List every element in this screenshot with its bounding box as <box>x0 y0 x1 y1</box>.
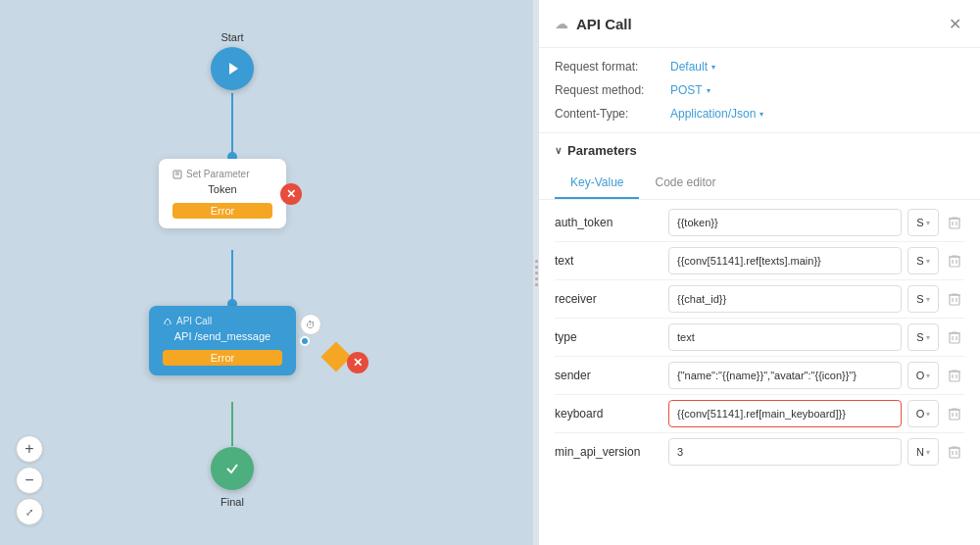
table-row: typeS▾ <box>555 319 964 357</box>
param-delete-button[interactable] <box>945 289 964 309</box>
panel-title: API Call <box>576 16 937 32</box>
param-type-select[interactable]: S▾ <box>907 285 939 313</box>
zoom-in-button[interactable]: + <box>16 435 43 463</box>
content-type-label: Content-Type: <box>555 107 662 121</box>
set-param-name: Token <box>172 183 272 195</box>
canvas-connections <box>0 0 533 545</box>
svg-rect-14 <box>950 257 959 267</box>
param-key: text <box>555 254 662 268</box>
set-param-node[interactable]: Set Parameter Token Error ✕ <box>159 159 286 228</box>
svg-rect-34 <box>950 448 959 458</box>
param-key: receiver <box>555 292 662 306</box>
param-value-input[interactable] <box>668 209 902 236</box>
param-key: keyboard <box>555 407 662 421</box>
parameters-section: ∨ Parameters Key-Value Code editor auth_… <box>539 133 980 545</box>
right-panel: ☁ API Call ✕ Request format: Default ▾ R… <box>539 0 980 545</box>
param-type-select[interactable]: O▾ <box>907 362 939 389</box>
start-circle[interactable] <box>211 47 254 90</box>
param-value-input[interactable] <box>668 285 902 313</box>
start-label: Start <box>220 31 243 43</box>
param-value-input[interactable] <box>668 400 902 427</box>
request-format-value[interactable]: Default ▾ <box>670 60 715 74</box>
tab-code-editor[interactable]: Code editor <box>639 168 731 199</box>
tabs-row: Key-Value Code editor <box>539 168 980 200</box>
params-label: Parameters <box>567 143 637 158</box>
request-method-text: POST <box>670 83 703 97</box>
param-delete-button[interactable] <box>945 442 964 462</box>
api-call-name: API /send_message <box>163 330 282 342</box>
api-clock-icon[interactable]: ⏱ <box>300 314 321 335</box>
param-key: sender <box>555 369 662 382</box>
cloud-icon: ☁ <box>555 16 568 31</box>
param-value-input[interactable] <box>668 438 902 466</box>
set-param-title: Set Parameter <box>172 169 272 179</box>
canvas-area: Start Set Parameter Token Error ✕ API Ca… <box>0 0 533 545</box>
request-format-text: Default <box>670 60 708 74</box>
param-key: auth_token <box>555 216 662 229</box>
content-type-text: Application/Json <box>670 107 756 121</box>
svg-marker-5 <box>229 63 238 74</box>
param-key: type <box>555 330 662 344</box>
start-node: Start <box>211 31 254 90</box>
parameters-header[interactable]: ∨ Parameters <box>539 133 980 168</box>
panel-fields: Request format: Default ▾ Request method… <box>539 48 980 133</box>
params-chevron: ∨ <box>555 145 562 156</box>
request-method-label: Request method: <box>555 83 662 97</box>
final-node: Final <box>211 447 254 508</box>
param-type-select[interactable]: S▾ <box>907 247 939 274</box>
api-error-x[interactable]: ✕ <box>347 352 368 373</box>
request-method-arrow: ▾ <box>707 86 710 95</box>
param-value-input[interactable] <box>668 247 902 274</box>
tab-key-value[interactable]: Key-Value <box>555 168 639 199</box>
param-delete-button[interactable] <box>945 251 964 271</box>
content-type-value[interactable]: Application/Json ▾ <box>670 107 763 121</box>
table-row: keyboardO▾ <box>555 395 964 433</box>
api-call-title: API Call <box>163 316 282 326</box>
set-param-error-x[interactable]: ✕ <box>280 183 302 205</box>
param-type-select[interactable]: O▾ <box>907 400 939 427</box>
final-circle[interactable] <box>211 447 254 490</box>
param-key: min_api_version <box>555 445 662 459</box>
param-value-input[interactable] <box>668 323 902 351</box>
svg-rect-30 <box>950 410 959 420</box>
table-row: textS▾ <box>555 242 964 280</box>
panel-close-button[interactable]: ✕ <box>945 14 964 33</box>
param-type-select[interactable]: N▾ <box>907 438 939 466</box>
param-value-input[interactable] <box>668 362 902 389</box>
param-type-select[interactable]: S▾ <box>907 209 939 236</box>
svg-rect-26 <box>950 372 959 381</box>
request-format-label: Request format: <box>555 60 662 74</box>
table-row: receiverS▾ <box>555 280 964 319</box>
content-type-arrow: ▾ <box>760 110 763 119</box>
api-diamond[interactable] <box>320 341 351 372</box>
params-table: auth_tokenS▾textS▾receiverS▾typeS▾sender… <box>539 200 980 545</box>
api-connector-dot <box>300 336 310 346</box>
param-delete-button[interactable] <box>945 366 964 385</box>
request-format-arrow: ▾ <box>711 63 715 72</box>
request-method-value[interactable]: POST ▾ <box>670 83 710 97</box>
svg-rect-10 <box>950 219 959 228</box>
divider-dots <box>535 260 538 286</box>
zoom-fit-button[interactable]: ⤢ <box>16 498 43 525</box>
api-call-error: Error <box>163 350 282 366</box>
table-row: auth_tokenS▾ <box>555 204 964 242</box>
request-format-row: Request format: Default ▾ <box>555 60 964 74</box>
api-call-node[interactable]: API Call API /send_message Error ⏱ ✕ <box>149 306 296 375</box>
set-param-error: Error <box>172 203 272 219</box>
zoom-controls: + − ⤢ <box>16 435 43 525</box>
table-row: senderO▾ <box>555 357 964 395</box>
request-method-row: Request method: POST ▾ <box>555 83 964 97</box>
svg-rect-18 <box>950 295 959 305</box>
svg-rect-22 <box>950 333 959 343</box>
zoom-out-button[interactable]: − <box>16 467 43 494</box>
table-row: min_api_versionN▾ <box>555 433 964 471</box>
param-delete-button[interactable] <box>945 327 964 347</box>
panel-header: ☁ API Call ✕ <box>539 0 980 48</box>
param-delete-button[interactable] <box>945 213 964 232</box>
param-type-select[interactable]: S▾ <box>907 323 939 351</box>
content-type-row: Content-Type: Application/Json ▾ <box>555 107 964 121</box>
final-label: Final <box>220 496 244 508</box>
param-delete-button[interactable] <box>945 404 964 423</box>
